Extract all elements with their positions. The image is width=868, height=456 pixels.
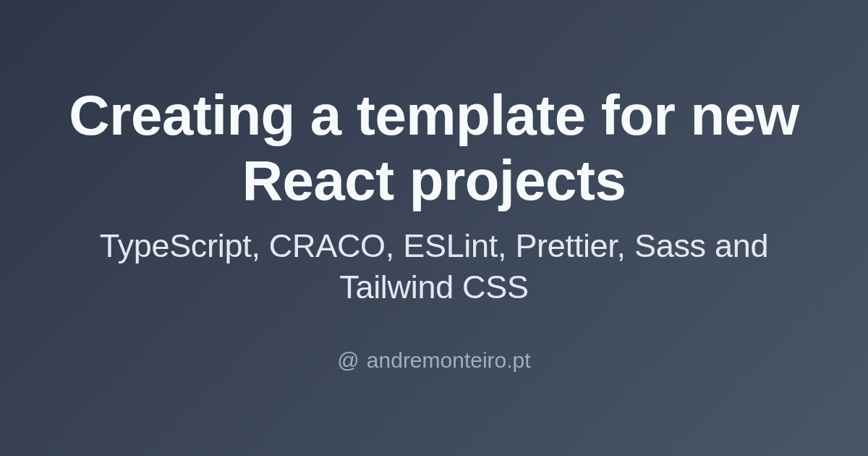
- page-title: Creating a template for new React projec…: [43, 83, 825, 213]
- page-subtitle: TypeScript, CRACO, ESLint, Prettier, Sas…: [43, 226, 825, 308]
- attribution-domain: andremonteiro.pt: [367, 348, 531, 373]
- at-symbol-icon: @: [337, 348, 359, 373]
- attribution: @ andremonteiro.pt: [337, 348, 530, 373]
